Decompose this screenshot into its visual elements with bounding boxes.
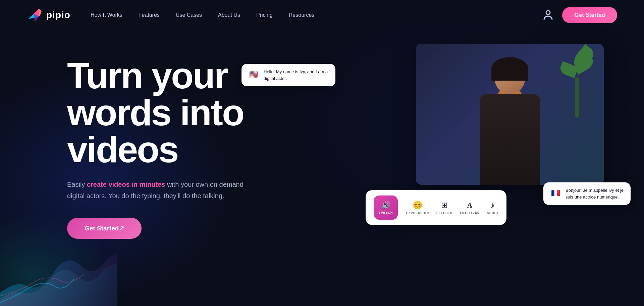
audio-icon: ♪ [490,201,494,210]
bottom-decoration [0,239,117,306]
nav-cta-button[interactable]: Get Started [562,7,617,23]
controls-bar: 🔊 SPEECH 😊 EXPRESSION ⊞ EFFECTS A SUBTIT… [366,190,506,225]
control-subtitles[interactable]: A SUBTITLES [460,201,480,214]
speech-icon: 🔊 [381,201,390,210]
bubble-french: 🇫🇷 Bonjour! Je m'appelle Ivy et je suis … [543,182,631,205]
hero-cta-button[interactable]: Get Started↗ [67,218,142,239]
actor-head [495,64,525,94]
nav-right: Get Started [542,7,617,23]
control-items: 😊 EXPRESSION ⊞ EFFECTS A SUBTITLES ♪ AUD… [406,201,498,215]
svg-marker-3 [39,8,42,16]
speech-button[interactable]: 🔊 SPEECH [374,195,398,220]
hero-title: Turn your words into videos [67,57,255,168]
actor-body [480,94,540,185]
control-expression[interactable]: 😊 EXPRESSION [406,201,429,215]
hero-title-line1: Turn your [67,55,227,96]
expression-label: EXPRESSION [406,211,429,215]
actor-figure [466,57,553,185]
effects-label: EFFECTS [436,211,452,215]
nav-use-cases[interactable]: Use Cases [176,12,202,18]
expression-icon: 😊 [413,201,423,210]
control-audio[interactable]: ♪ AUDIO [487,201,498,215]
user-icon[interactable] [542,9,554,21]
video-background [416,44,604,185]
flag-us: 🇺🇸 [248,69,260,81]
logo-text: pipio [46,10,70,20]
subtitles-label: SUBTITLES [460,211,480,214]
nav-pricing[interactable]: Pricing [256,12,273,18]
nav-features[interactable]: Features [139,12,160,18]
nav-resources[interactable]: Resources [289,12,314,18]
bubble-french-text: Bonjour! Je m'appelle Ivy et je suis une… [566,187,625,200]
nav-about-us[interactable]: About Us [218,12,240,18]
nav-links: How It Works Features Use Cases About Us… [91,12,542,18]
plant-stem [575,77,579,118]
hero-right: 🇺🇸 Hello! My name is Ivy, and I am a dig… [268,44,604,238]
hero-title-line2: words into [67,92,244,133]
effects-icon: ⊞ [441,201,448,210]
audio-label: AUDIO [487,211,498,215]
speech-label: SPEECH [378,211,393,214]
navbar: pipio How It Works Features Use Cases Ab… [0,0,644,30]
flag-fr: 🇫🇷 [549,187,561,199]
nav-how-it-works[interactable]: How It Works [91,12,122,18]
bubble-english-text: Hello! My name is Ivy, and I am a digita… [264,69,329,82]
logo[interactable]: pipio [27,7,70,23]
hero-left: Turn your words into videos Easily creat… [67,50,255,239]
video-card [416,44,604,185]
hero-subtitle: Easily create videos in minutes with you… [67,179,255,202]
hero-title-line3: videos [67,129,178,170]
background-plant [557,50,597,118]
subtitles-icon: A [467,201,472,210]
svg-point-4 [546,11,550,15]
subtitle-plain-before: Easily [67,181,87,188]
control-effects[interactable]: ⊞ EFFECTS [436,201,452,215]
hero-section: Turn your words into videos Easily creat… [0,30,644,239]
bubble-english: 🇺🇸 Hello! My name is Ivy, and I am a dig… [241,64,335,86]
subtitle-highlight: create videos in minutes [87,181,165,188]
